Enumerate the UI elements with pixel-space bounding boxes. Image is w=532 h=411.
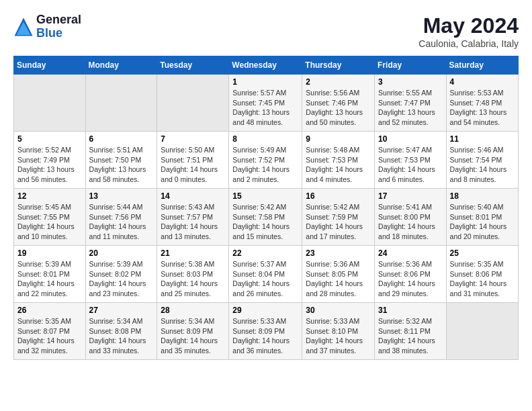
weekday-header: Thursday (302, 56, 375, 75)
day-number: 16 (306, 191, 371, 201)
day-number: 21 (161, 248, 225, 258)
day-number: 25 (450, 248, 515, 258)
calendar-week-row: 26Sunrise: 5:35 AM Sunset: 8:07 PM Dayli… (14, 303, 519, 360)
day-number: 17 (378, 191, 443, 201)
day-info: Sunrise: 5:36 AM Sunset: 8:06 PM Dayligh… (378, 259, 443, 299)
calendar-cell: 26Sunrise: 5:35 AM Sunset: 8:07 PM Dayli… (14, 303, 86, 360)
day-number: 14 (161, 191, 225, 201)
day-number: 18 (450, 191, 515, 201)
page-header: General Blue May 2024 Caulonia, Calabria… (13, 13, 519, 49)
calendar-week-row: 19Sunrise: 5:39 AM Sunset: 8:01 PM Dayli… (14, 246, 519, 303)
day-info: Sunrise: 5:34 AM Sunset: 8:09 PM Dayligh… (161, 316, 225, 356)
calendar-cell: 16Sunrise: 5:42 AM Sunset: 7:59 PM Dayli… (302, 189, 375, 246)
calendar-cell: 30Sunrise: 5:33 AM Sunset: 8:10 PM Dayli… (302, 303, 375, 360)
weekday-header: Sunday (14, 56, 86, 75)
logo-text: General Blue (36, 13, 81, 40)
day-info: Sunrise: 5:37 AM Sunset: 8:04 PM Dayligh… (232, 259, 298, 299)
calendar-week-row: 12Sunrise: 5:45 AM Sunset: 7:55 PM Dayli… (14, 189, 519, 246)
day-info: Sunrise: 5:33 AM Sunset: 8:10 PM Dayligh… (306, 316, 371, 356)
calendar-cell: 5Sunrise: 5:52 AM Sunset: 7:49 PM Daylig… (14, 132, 86, 189)
day-info: Sunrise: 5:46 AM Sunset: 7:54 PM Dayligh… (450, 145, 515, 185)
day-number: 12 (17, 191, 82, 201)
day-info: Sunrise: 5:48 AM Sunset: 7:53 PM Dayligh… (306, 145, 371, 185)
day-info: Sunrise: 5:38 AM Sunset: 8:03 PM Dayligh… (161, 259, 225, 299)
day-number: 27 (89, 306, 154, 315)
title-block: May 2024 Caulonia, Calabria, Italy (418, 13, 519, 49)
calendar-cell: 24Sunrise: 5:36 AM Sunset: 8:06 PM Dayli… (375, 246, 447, 303)
calendar-cell (14, 75, 86, 132)
calendar-cell: 6Sunrise: 5:51 AM Sunset: 7:50 PM Daylig… (85, 132, 157, 189)
day-number: 5 (17, 134, 82, 144)
day-number: 2 (306, 77, 371, 87)
day-info: Sunrise: 5:51 AM Sunset: 7:50 PM Dayligh… (89, 145, 154, 185)
weekday-header: Friday (375, 56, 447, 75)
day-info: Sunrise: 5:49 AM Sunset: 7:52 PM Dayligh… (232, 145, 298, 185)
day-number: 10 (378, 134, 443, 144)
weekday-header: Saturday (446, 56, 518, 75)
day-info: Sunrise: 5:47 AM Sunset: 7:53 PM Dayligh… (378, 145, 443, 185)
day-info: Sunrise: 5:40 AM Sunset: 8:01 PM Dayligh… (450, 202, 515, 242)
day-info: Sunrise: 5:55 AM Sunset: 7:47 PM Dayligh… (378, 88, 443, 128)
calendar-cell (157, 75, 229, 132)
logo: General Blue (13, 13, 81, 40)
calendar-cell: 28Sunrise: 5:34 AM Sunset: 8:09 PM Dayli… (157, 303, 229, 360)
day-number: 24 (378, 248, 443, 258)
day-number: 15 (232, 191, 298, 201)
logo-icon (13, 17, 34, 37)
day-info: Sunrise: 5:41 AM Sunset: 8:00 PM Dayligh… (378, 202, 443, 242)
calendar-cell: 21Sunrise: 5:38 AM Sunset: 8:03 PM Dayli… (157, 246, 229, 303)
calendar-cell: 4Sunrise: 5:53 AM Sunset: 7:48 PM Daylig… (446, 75, 518, 132)
day-info: Sunrise: 5:35 AM Sunset: 8:07 PM Dayligh… (17, 316, 82, 356)
day-number: 6 (89, 134, 154, 144)
calendar-table: SundayMondayTuesdayWednesdayThursdayFrid… (13, 56, 519, 360)
day-number: 30 (306, 306, 371, 315)
calendar-week-row: 1Sunrise: 5:57 AM Sunset: 7:45 PM Daylig… (14, 75, 519, 132)
day-number: 1 (232, 77, 298, 87)
location-subtitle: Caulonia, Calabria, Italy (418, 38, 519, 49)
calendar-cell (446, 303, 518, 360)
calendar-cell: 31Sunrise: 5:32 AM Sunset: 8:11 PM Dayli… (375, 303, 447, 360)
calendar-cell: 12Sunrise: 5:45 AM Sunset: 7:55 PM Dayli… (14, 189, 86, 246)
day-info: Sunrise: 5:56 AM Sunset: 7:46 PM Dayligh… (306, 88, 371, 128)
day-info: Sunrise: 5:57 AM Sunset: 7:45 PM Dayligh… (232, 88, 298, 128)
day-info: Sunrise: 5:42 AM Sunset: 7:59 PM Dayligh… (306, 202, 371, 242)
calendar-week-row: 5Sunrise: 5:52 AM Sunset: 7:49 PM Daylig… (14, 132, 519, 189)
calendar-cell: 19Sunrise: 5:39 AM Sunset: 8:01 PM Dayli… (14, 246, 86, 303)
day-info: Sunrise: 5:50 AM Sunset: 7:51 PM Dayligh… (161, 145, 225, 185)
day-number: 8 (232, 134, 298, 144)
day-info: Sunrise: 5:32 AM Sunset: 8:11 PM Dayligh… (378, 316, 443, 356)
calendar-cell: 17Sunrise: 5:41 AM Sunset: 8:00 PM Dayli… (375, 189, 447, 246)
day-info: Sunrise: 5:43 AM Sunset: 7:57 PM Dayligh… (161, 202, 225, 242)
day-info: Sunrise: 5:39 AM Sunset: 8:01 PM Dayligh… (17, 259, 82, 299)
weekday-header: Monday (85, 56, 157, 75)
calendar-cell: 14Sunrise: 5:43 AM Sunset: 7:57 PM Dayli… (157, 189, 229, 246)
day-info: Sunrise: 5:39 AM Sunset: 8:02 PM Dayligh… (89, 259, 154, 299)
day-info: Sunrise: 5:42 AM Sunset: 7:58 PM Dayligh… (232, 202, 298, 242)
weekday-header-row: SundayMondayTuesdayWednesdayThursdayFrid… (14, 56, 519, 75)
day-info: Sunrise: 5:35 AM Sunset: 8:06 PM Dayligh… (450, 259, 515, 299)
calendar-cell: 3Sunrise: 5:55 AM Sunset: 7:47 PM Daylig… (375, 75, 447, 132)
day-number: 28 (161, 306, 225, 315)
day-number: 26 (17, 306, 82, 315)
calendar-cell: 27Sunrise: 5:34 AM Sunset: 8:08 PM Dayli… (85, 303, 157, 360)
calendar-cell: 18Sunrise: 5:40 AM Sunset: 8:01 PM Dayli… (446, 189, 518, 246)
day-info: Sunrise: 5:45 AM Sunset: 7:55 PM Dayligh… (17, 202, 82, 242)
day-info: Sunrise: 5:53 AM Sunset: 7:48 PM Dayligh… (450, 88, 515, 128)
day-number: 3 (378, 77, 443, 87)
calendar-cell: 25Sunrise: 5:35 AM Sunset: 8:06 PM Dayli… (446, 246, 518, 303)
weekday-header: Wednesday (229, 56, 302, 75)
day-number: 29 (232, 306, 298, 315)
day-number: 7 (161, 134, 225, 144)
day-info: Sunrise: 5:33 AM Sunset: 8:09 PM Dayligh… (232, 316, 298, 356)
day-info: Sunrise: 5:52 AM Sunset: 7:49 PM Dayligh… (17, 145, 82, 185)
calendar-cell: 1Sunrise: 5:57 AM Sunset: 7:45 PM Daylig… (229, 75, 302, 132)
calendar-cell: 11Sunrise: 5:46 AM Sunset: 7:54 PM Dayli… (446, 132, 518, 189)
day-info: Sunrise: 5:34 AM Sunset: 8:08 PM Dayligh… (89, 316, 154, 356)
calendar-cell: 8Sunrise: 5:49 AM Sunset: 7:52 PM Daylig… (229, 132, 302, 189)
day-number: 9 (306, 134, 371, 144)
calendar-cell: 9Sunrise: 5:48 AM Sunset: 7:53 PM Daylig… (302, 132, 375, 189)
calendar-cell: 10Sunrise: 5:47 AM Sunset: 7:53 PM Dayli… (375, 132, 447, 189)
day-number: 11 (450, 134, 515, 144)
month-title: May 2024 (418, 13, 519, 38)
day-number: 4 (450, 77, 515, 87)
